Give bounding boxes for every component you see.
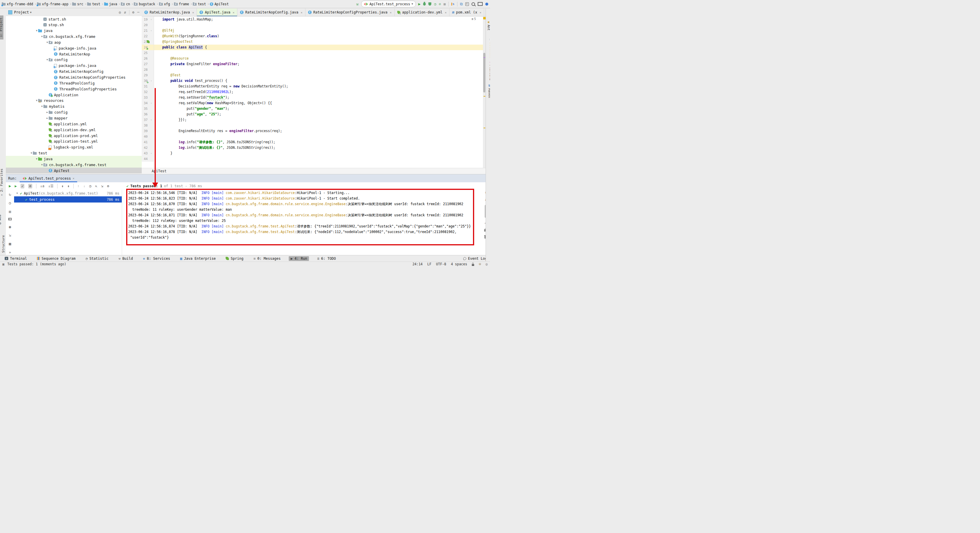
tree-item[interactable]: ▼resources: [6, 98, 142, 103]
event-log-button[interactable]: Event Log: [463, 256, 487, 261]
toolwindow-web-button[interactable]: ◍ Web: [0, 215, 2, 224]
tab-close-icon[interactable]: ✕: [301, 11, 302, 14]
code-line[interactable]: 40: [142, 134, 483, 139]
toolwindow-sequencediagram-button[interactable]: Sequence Diagram: [35, 256, 78, 261]
tree-arrow-icon[interactable]: ▼: [40, 164, 43, 166]
breadcrumb-item[interactable]: xfg: [159, 2, 170, 6]
editor-tab[interactable]: RateLimiterAop.java✕: [142, 8, 197, 16]
code-line[interactable]: 30↻▿ public void test_process() {: [142, 78, 483, 84]
tree-item[interactable]: application-test.yml: [6, 138, 142, 145]
tab-close-icon[interactable]: ✕: [479, 11, 481, 14]
tree-item[interactable]: RateLimiterAopConfig: [6, 69, 142, 75]
profiler-button[interactable]: ◷: [434, 2, 436, 6]
toolwindow-spring-button[interactable]: Spring: [224, 256, 245, 261]
code-line[interactable]: 44: [142, 156, 483, 162]
line-separator[interactable]: LF: [427, 262, 431, 266]
screen-share-icon[interactable]: [478, 2, 483, 6]
code-line[interactable]: 29 @Test: [142, 73, 483, 78]
profiler-snap-button[interactable]: ◉: [9, 224, 11, 229]
code-line[interactable]: 20: [142, 22, 483, 28]
tree-item[interactable]: application-prod.yml: [6, 133, 142, 138]
import-tests-button[interactable]: ⇲: [9, 233, 11, 237]
sort-list-button[interactable]: ↓☰: [48, 184, 53, 188]
tree-arrow-icon[interactable]: ▼: [40, 35, 43, 38]
tree-arrow-icon[interactable]: ▼: [46, 59, 49, 61]
export-button[interactable]: ⇲: [101, 184, 103, 188]
rerun-failed-button[interactable]: ↻: [9, 192, 11, 197]
highlighting-level-icon[interactable]: ☺: [479, 262, 481, 266]
file-encoding[interactable]: UTF-8: [436, 262, 446, 266]
code-line[interactable]: 23@SpringBootTest: [142, 39, 483, 45]
tree-item[interactable]: ▼cn.bugstack.xfg.frame.test: [6, 162, 142, 168]
toolwindow-run-button[interactable]: ▶4: Run: [289, 256, 309, 261]
fold-marker-icon[interactable]: ▿: [151, 100, 152, 106]
tab-close-icon[interactable]: ✕: [233, 11, 234, 14]
toolwindow-project-button[interactable]: 1: Project: [0, 15, 3, 39]
toolwindow-ant-button[interactable]: ❋Ant: [487, 21, 490, 30]
editor-breadcrumb-bar[interactable]: ApiTest: [142, 168, 485, 174]
fold-marker-icon[interactable]: ▿: [151, 117, 152, 123]
tree-item[interactable]: package-info.java: [6, 45, 142, 51]
breadcrumb-item[interactable]: test: [193, 2, 206, 6]
tree-item[interactable]: ▼java: [6, 156, 142, 162]
build-hammer-icon[interactable]: ⚒: [356, 2, 358, 6]
tree-item[interactable]: Application: [6, 92, 142, 98]
collapse-all-button[interactable]: ⇞: [67, 184, 69, 188]
toolwindow-messages-button[interactable]: ≡0: Messages: [252, 256, 283, 261]
skip-button[interactable]: ⊘: [28, 184, 32, 188]
fold-marker-icon[interactable]: ▿: [151, 78, 152, 84]
tree-item[interactable]: ▶config: [6, 110, 142, 115]
breadcrumb-item[interactable]: frame: [174, 2, 189, 6]
tab-close-icon[interactable]: ✕: [390, 11, 392, 14]
tree-item[interactable]: RateLimiterAop: [6, 51, 142, 57]
tree-item[interactable]: ApiTest: [6, 168, 142, 173]
tree-item[interactable]: start.sh: [6, 16, 142, 22]
code-editor[interactable]: 19▿import java.util.HashMap;2021▿@Slf4j2…: [142, 16, 483, 168]
tree-arrow-icon[interactable]: ▼: [35, 29, 38, 32]
run-button[interactable]: ▶: [418, 2, 421, 6]
code-line[interactable]: 41 log.info("请求参数: {}", JSON.toJSONStrin…: [142, 139, 483, 145]
code-line[interactable]: 22@RunWith(SpringRunner.class): [142, 33, 483, 39]
check-button[interactable]: ✓: [21, 184, 24, 188]
breadcrumb-item[interactable]: xfg-frame-app: [37, 2, 68, 6]
tree-item[interactable]: package-info.java: [6, 63, 142, 69]
code-line[interactable]: 26 @Resource: [142, 56, 483, 61]
breadcrumb-item[interactable]: java: [104, 2, 118, 6]
spring-bean-gutter-icon[interactable]: [147, 40, 150, 43]
tree-item[interactable]: ▶mapper: [6, 115, 142, 121]
toolwindow-plantuml-button[interactable]: ❁PlantUML: [489, 61, 490, 80]
tree-item[interactable]: logback-spring.xml: [6, 145, 142, 150]
tree-item[interactable]: stop.sh: [6, 22, 142, 28]
tree-item[interactable]: ▼mybatis: [6, 103, 142, 110]
fold-marker-icon[interactable]: ▿: [151, 28, 152, 33]
code-line[interactable]: 43▿ }: [142, 151, 483, 156]
tree-item[interactable]: ThreadPoolConfigProperties: [6, 86, 142, 92]
layout-grid-button[interactable]: ▦: [9, 242, 11, 246]
code-line[interactable]: 24▶public class ApiTest {: [142, 45, 483, 50]
toolwindow-todo-button[interactable]: ≣6: TODO: [315, 256, 338, 261]
tree-item[interactable]: ▼test: [6, 150, 142, 156]
inspections-widget[interactable]: ≣ 5: [471, 18, 476, 21]
code-line[interactable]: 42 log.info("测试结果: {}", JSON.toJSONStrin…: [142, 145, 483, 151]
toolwindow-favorites-button[interactable]: ★ 2: Favorites: [0, 169, 3, 196]
rerun-button[interactable]: ▶: [15, 184, 17, 188]
gear-icon[interactable]: ⚙: [132, 10, 134, 14]
tree-item[interactable]: application.yml: [6, 121, 142, 127]
tree-item[interactable]: ▼aop: [6, 39, 142, 45]
toolwindow-javaenterprise-button[interactable]: ▦Java Enterprise: [178, 256, 218, 261]
prev-button[interactable]: ↑: [78, 184, 80, 188]
expand-all-button[interactable]: ⇟: [61, 184, 64, 188]
coverage-button[interactable]: [428, 2, 431, 6]
tree-arrow-icon[interactable]: ▼: [35, 158, 38, 160]
hide-panel-icon[interactable]: ─: [137, 10, 139, 14]
tree-arrow-icon[interactable]: ▼: [40, 105, 43, 108]
tree-item[interactable]: ▼cn.bugstack.xfg.frame: [6, 34, 142, 40]
toolwindow-toggle-icon[interactable]: ▣: [2, 262, 5, 266]
toolwindow-services-button[interactable]: ❖8: Services: [141, 256, 172, 261]
editor-tab[interactable]: application-dev.yml✕: [395, 8, 450, 16]
fold-marker-icon[interactable]: ▿: [151, 151, 152, 156]
code-line[interactable]: 27 private EngineFilter engineFilter;: [142, 61, 483, 67]
fold-marker-icon[interactable]: ▿: [151, 17, 152, 22]
test-results-tree[interactable]: ▼✔ApiTest (cn.bugstack.xfg.frame.test)78…: [14, 190, 122, 255]
autotest-button[interactable]: ◷: [9, 201, 11, 205]
